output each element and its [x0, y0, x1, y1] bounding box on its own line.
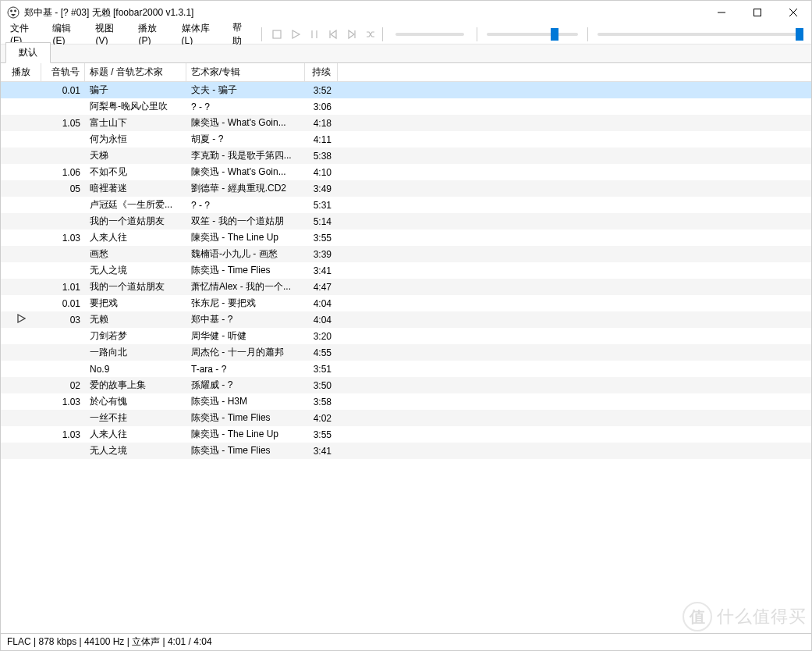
- minimize-button[interactable]: [704, 1, 739, 24]
- cell-play: [1, 204, 41, 207]
- pause-button[interactable]: [307, 27, 321, 41]
- track-row[interactable]: 05暗裡著迷劉德華 - 經典重現.CD23:49: [1, 180, 811, 197]
- status-text: FLAC | 878 kbps | 44100 Hz | 立体声 | 4:01 …: [7, 635, 212, 649]
- track-row[interactable]: 画愁魏楠语-小九儿 - 画愁3:39: [1, 246, 811, 262]
- cell-artist: 萧忆情Alex - 我的一个...: [186, 279, 305, 295]
- volume-slider[interactable]: [597, 33, 803, 36]
- next-button[interactable]: [345, 27, 359, 41]
- track-row[interactable]: 0.01骗子文夫 - 骗子3:52: [1, 82, 811, 98]
- col-artist[interactable]: 艺术家/专辑: [186, 63, 305, 82]
- cell-artist: 陈奕迅 - Time Flies: [186, 410, 305, 426]
- cell-play: [1, 187, 41, 190]
- cell-duration: 3:55: [305, 428, 338, 442]
- track-row[interactable]: 天梯李克勤 - 我是歌手第四...5:38: [1, 148, 811, 164]
- cell-play: [1, 220, 41, 223]
- cell-duration: 3:49: [305, 182, 338, 196]
- col-duration[interactable]: 持续: [305, 63, 338, 82]
- menubar: 文件(F) 编辑(E) 视图(V) 播放(P) 媒体库(L) 帮助: [1, 24, 811, 44]
- cell-track: [41, 138, 85, 141]
- col-title[interactable]: 标题 / 音轨艺术家: [85, 63, 186, 82]
- track-row[interactable]: 一路向北周杰伦 - 十一月的蕭邦4:55: [1, 344, 811, 361]
- cell-track: [41, 417, 85, 420]
- track-row[interactable]: 1.03人来人往陳奕迅 - The Line Up3:55: [1, 229, 811, 246]
- track-row[interactable]: 1.03於心有愧陈奕迅 - H3M3:58: [1, 393, 811, 410]
- track-row[interactable]: 一丝不挂陈奕迅 - Time Flies4:02: [1, 410, 811, 426]
- tab-default[interactable]: 默认: [5, 42, 51, 63]
- cell-play: [1, 384, 41, 387]
- cell-artist: ? - ?: [186, 198, 305, 212]
- track-row[interactable]: 阿梨粤-晚风心里吹? - ?3:06: [1, 98, 811, 115]
- cell-track: [41, 204, 85, 207]
- cell-artist: T-ara - ?: [186, 362, 305, 376]
- maximize-button[interactable]: [739, 1, 775, 24]
- cell-duration: 4:04: [305, 313, 338, 327]
- balance-thumb[interactable]: [551, 28, 558, 41]
- svg-rect-4: [754, 9, 761, 16]
- cell-duration: 3:50: [305, 379, 338, 393]
- track-row[interactable]: 我的一个道姑朋友双笙 - 我的一个道姑朋5:14: [1, 213, 811, 229]
- track-row[interactable]: No.9T-ara - ?3:51: [1, 361, 811, 377]
- cell-play: [1, 335, 41, 338]
- cell-title: 卢冠廷《一生所爱...: [85, 197, 186, 213]
- random-button[interactable]: [363, 27, 378, 41]
- stop-button[interactable]: [270, 27, 284, 41]
- seek-slider[interactable]: [395, 33, 464, 36]
- cell-play: [1, 155, 41, 158]
- cell-duration: 3:41: [305, 444, 338, 458]
- cell-artist: 郑中基 - ?: [186, 311, 305, 328]
- cell-track: 1.03: [41, 395, 85, 409]
- track-row[interactable]: 0.01要把戏张东尼 - 要把戏4:04: [1, 295, 811, 311]
- track-row[interactable]: 1.05富士山下陳奕迅 - What's Goin...4:18: [1, 115, 811, 131]
- track-row[interactable]: 刀剑若梦周华健 - 听健3:20: [1, 328, 811, 344]
- prev-button[interactable]: [326, 27, 340, 41]
- cell-track: [41, 335, 85, 338]
- cell-duration: 5:31: [305, 198, 338, 212]
- track-row[interactable]: 1.03人来人往陳奕迅 - The Line Up3:55: [1, 426, 811, 443]
- cell-play: [1, 351, 41, 354]
- cell-title: 画愁: [85, 246, 186, 262]
- track-row[interactable]: 03无赖郑中基 - ?4:04: [1, 311, 811, 328]
- column-headers: 播放 音轨号 标题 / 音轨艺术家 艺术家/专辑 持续: [1, 63, 811, 82]
- cell-artist: 文夫 - 骗子: [186, 82, 305, 98]
- track-row[interactable]: 1.01我的一个道姑朋友萧忆情Alex - 我的一个...4:47: [1, 279, 811, 295]
- cell-duration: 4:04: [305, 297, 338, 311]
- cell-play: [1, 138, 41, 141]
- cell-title: 无人之境: [85, 443, 186, 459]
- cell-artist: 陳奕迅 - What's Goin...: [186, 164, 305, 180]
- cell-artist: 陈奕迅 - Time Flies: [186, 443, 305, 459]
- volume-thumb[interactable]: [796, 28, 803, 41]
- cell-artist: ? - ?: [186, 100, 305, 114]
- cell-track: 1.01: [41, 280, 85, 294]
- track-row[interactable]: 何为永恒胡夏 - ?4:11: [1, 131, 811, 148]
- cell-track: [41, 155, 85, 158]
- track-row[interactable]: 无人之境陈奕迅 - Time Flies3:41: [1, 443, 811, 459]
- cell-play: [1, 368, 41, 371]
- cell-track: [41, 105, 85, 108]
- cell-artist: 陈奕迅 - H3M: [186, 393, 305, 410]
- window-controls: [704, 1, 811, 24]
- cell-artist: 陈奕迅 - Time Flies: [186, 262, 305, 279]
- balance-slider[interactable]: [487, 33, 578, 36]
- cell-track: [41, 253, 85, 256]
- col-track[interactable]: 音轨号: [41, 63, 85, 82]
- cell-duration: 3:39: [305, 247, 338, 261]
- col-play[interactable]: 播放: [1, 63, 41, 82]
- separator: [261, 27, 262, 41]
- play-button[interactable]: [289, 27, 303, 41]
- cell-title: 我的一个道姑朋友: [85, 279, 186, 295]
- cell-title: 不如不见: [85, 164, 186, 180]
- cell-title: 人来人往: [85, 229, 186, 246]
- cell-title: 於心有愧: [85, 393, 186, 410]
- cell-track: [41, 269, 85, 272]
- track-row[interactable]: 卢冠廷《一生所爱...? - ?5:31: [1, 197, 811, 213]
- cell-play: [1, 417, 41, 420]
- cell-play: [1, 122, 41, 125]
- track-row[interactable]: 1.06不如不见陳奕迅 - What's Goin...4:10: [1, 164, 811, 180]
- track-row[interactable]: 无人之境陈奕迅 - Time Flies3:41: [1, 262, 811, 279]
- cell-play: [1, 312, 41, 327]
- cell-track: [41, 351, 85, 354]
- track-row[interactable]: 02爱的故事上集孫耀威 - ?3:50: [1, 377, 811, 393]
- cell-play: [1, 237, 41, 240]
- close-button[interactable]: [775, 1, 811, 24]
- cell-title: No.9: [85, 362, 186, 376]
